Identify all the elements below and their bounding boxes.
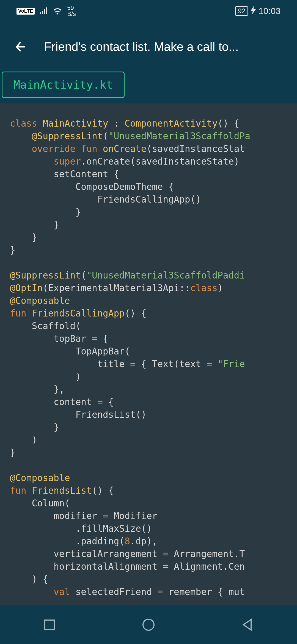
tab-row: MainActivity.kt xyxy=(0,72,297,103)
nav-back-button[interactable] xyxy=(239,616,256,633)
status-right: 92 10:03 xyxy=(235,6,280,16)
nav-home-button[interactable] xyxy=(140,616,157,633)
system-nav-bar xyxy=(0,605,297,644)
clock: 10:03 xyxy=(258,6,280,16)
wifi-icon xyxy=(53,7,62,15)
nav-recents-button[interactable] xyxy=(41,616,58,633)
network-speed: 59B/s xyxy=(67,5,76,17)
status-bar: VoLTE 59B/s 92 10:03 xyxy=(0,0,297,22)
charging-icon xyxy=(251,6,256,16)
battery-indicator: 92 xyxy=(235,6,248,16)
svg-point-1 xyxy=(143,619,154,630)
app-header: Friend's contact list. Make a call to... xyxy=(0,22,297,72)
svg-rect-0 xyxy=(45,620,54,629)
file-tab-mainactivity[interactable]: MainActivity.kt xyxy=(2,72,125,98)
status-left: VoLTE 59B/s xyxy=(16,5,76,17)
back-button[interactable] xyxy=(11,37,30,56)
code-viewer[interactable]: class MainActivity : ComponentActivity()… xyxy=(0,103,297,615)
volte-badge: VoLTE xyxy=(16,8,35,15)
signal-icon xyxy=(40,7,48,15)
page-title: Friend's contact list. Make a call to... xyxy=(44,40,286,54)
